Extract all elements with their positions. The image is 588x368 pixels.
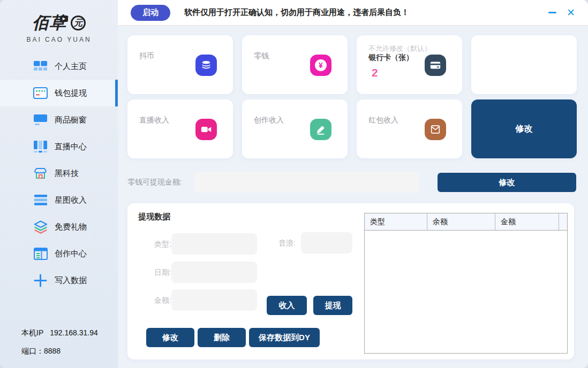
bank-card-icon bbox=[425, 55, 446, 76]
table-header-balance: 余额 bbox=[427, 213, 495, 230]
yen-icon: ¥ bbox=[310, 55, 331, 76]
sidebar-item-showcase[interactable]: 商品橱窗 bbox=[0, 106, 118, 133]
card-redpacket-income: 红包收入 bbox=[357, 99, 462, 158]
table-header-type: 类型 bbox=[365, 213, 427, 230]
live-columns-icon bbox=[33, 140, 48, 154]
minimize-icon[interactable] bbox=[547, 8, 557, 18]
window-icon bbox=[33, 247, 48, 260]
bank-card-count: 2 bbox=[372, 66, 378, 79]
pencil-icon bbox=[310, 119, 331, 140]
card-label: 银行卡（张） bbox=[368, 53, 413, 63]
soundwave-label: 音浪: bbox=[268, 232, 296, 254]
amount-label: 金额: bbox=[138, 289, 171, 311]
sidebar-item-creation-center[interactable]: 创作中心 bbox=[0, 240, 118, 267]
date-input[interactable] bbox=[171, 262, 257, 283]
sidebar-item-free-gifts[interactable]: 免费礼物 bbox=[0, 213, 118, 240]
soundwave-input[interactable] bbox=[301, 232, 352, 254]
close-icon[interactable]: ✕ bbox=[567, 8, 575, 18]
card-bank: 不允许修改（默认） 银行卡（张） 2 bbox=[357, 35, 462, 94]
income-button[interactable]: 收入 bbox=[267, 296, 307, 315]
save-to-dy-button[interactable]: 保存数据到DY bbox=[249, 328, 320, 347]
table-header-amount: 金额 bbox=[495, 213, 559, 230]
card-creation-income: 创作收入 bbox=[242, 99, 348, 158]
sidebar-item-label: 个人主页 bbox=[55, 62, 87, 72]
delete-record-button[interactable]: 删除 bbox=[198, 328, 246, 347]
sidebar-footer: 本机IP192.168.31.94 端口：8888 bbox=[21, 320, 98, 356]
port-label: 端口： bbox=[21, 347, 44, 355]
grid-icon bbox=[33, 60, 48, 73]
table-header-spacer bbox=[559, 213, 567, 230]
sidebar-item-label: 星图收入 bbox=[55, 195, 87, 205]
card-label: 直播收入 bbox=[139, 116, 169, 125]
disclaimer-text: 软件仅用于打开正确认知，切勿用于商业用途，违者后果自负！ bbox=[184, 7, 409, 18]
panel-title: 提现数据 bbox=[138, 212, 170, 222]
local-ip: 本机IP192.168.31.94 bbox=[21, 328, 98, 338]
sidebar-item-label: 创作中心 bbox=[55, 249, 87, 259]
brand-name-en: BAI CAO YUAN bbox=[0, 36, 118, 43]
store-icon bbox=[33, 167, 48, 180]
window-controls: ✕ bbox=[547, 8, 588, 18]
local-port: 端口：8888 bbox=[21, 347, 98, 356]
video-camera-icon bbox=[195, 119, 217, 140]
sidebar-item-write-data[interactable]: 写入数据 bbox=[0, 267, 118, 294]
wallet-cards: 抖币 零钱 ¥ 不允许修改（默认） 银行卡（张） 2 bbox=[127, 35, 577, 158]
card-empty bbox=[471, 35, 577, 94]
sidebar-item-wallet-withdraw[interactable]: 钱包提现 bbox=[0, 80, 118, 106]
card-note: 不允许修改（默认） bbox=[368, 44, 431, 53]
sidebar: 佰草 ▶ 元 BAI CAO YUAN 个人主页 bbox=[0, 0, 118, 368]
main-content: 抖币 零钱 ¥ 不允许修改（默认） 银行卡（张） 2 bbox=[118, 26, 588, 368]
card-live-income: 直播收入 bbox=[127, 99, 233, 158]
sidebar-item-label: 商品橱窗 bbox=[55, 115, 87, 125]
sidebar-item-live-center[interactable]: 直播中心 bbox=[0, 133, 118, 160]
card-label: 红包收入 bbox=[368, 116, 398, 125]
modify-record-button[interactable]: 修改 bbox=[146, 328, 194, 347]
coin-stack-icon bbox=[195, 55, 217, 76]
sidebar-item-label: 直播中心 bbox=[55, 142, 87, 152]
table-header-row: 类型 余额 金额 bbox=[365, 213, 567, 231]
withdrawable-amount-input[interactable] bbox=[194, 172, 419, 193]
sidebar-item-label: 钱包提现 bbox=[55, 88, 87, 98]
card-label: 创作收入 bbox=[254, 116, 284, 125]
app-window: 佰草 ▶ 元 BAI CAO YUAN 个人主页 bbox=[0, 0, 588, 368]
start-button[interactable]: 启动 bbox=[131, 5, 170, 21]
card-label: 抖币 bbox=[139, 51, 154, 61]
card-label: 零钱 bbox=[254, 51, 269, 61]
modify-cards-button[interactable]: 修改 bbox=[471, 99, 577, 158]
showcase-icon bbox=[33, 113, 48, 127]
sidebar-item-profile[interactable]: 个人主页 bbox=[0, 53, 118, 80]
sidebar-item-black-tech[interactable]: 黑科技 bbox=[0, 160, 118, 187]
card-douyin-coin: 抖币 bbox=[127, 35, 233, 94]
sidebar-item-label: 免费礼物 bbox=[55, 222, 87, 232]
withdrawable-amount-label: 零钱可提现金额: bbox=[127, 178, 194, 187]
type-input[interactable] bbox=[171, 233, 257, 255]
amount-input[interactable] bbox=[171, 289, 257, 311]
sidebar-menu: 个人主页 钱包提现 bbox=[0, 53, 118, 294]
modify-amount-button[interactable]: 修改 bbox=[438, 173, 576, 192]
wallet-card-icon bbox=[33, 87, 48, 100]
card-change: 零钱 ¥ bbox=[242, 35, 348, 94]
withdrawable-amount-row: 零钱可提现金额: 修改 bbox=[127, 172, 576, 193]
ip-value: 192.168.31.94 bbox=[50, 328, 98, 337]
plus-icon bbox=[33, 274, 48, 287]
sidebar-item-label: 黑科技 bbox=[55, 168, 79, 179]
play-badge-icon: ▶ bbox=[60, 16, 68, 22]
envelope-icon bbox=[425, 119, 446, 140]
withdraw-data-table: 类型 余额 金额 bbox=[364, 213, 568, 354]
ip-label: 本机IP bbox=[21, 328, 43, 337]
port-value: 8888 bbox=[44, 347, 61, 355]
brand-badge: 元 bbox=[71, 16, 86, 30]
withdraw-button[interactable]: 提现 bbox=[313, 296, 352, 315]
sidebar-item-label: 写入数据 bbox=[55, 275, 87, 286]
type-label: 类型: bbox=[138, 233, 171, 255]
table-body bbox=[365, 231, 567, 353]
layers-icon bbox=[33, 220, 48, 234]
withdraw-data-panel: 提现数据 类型: 音浪: 日期: 金额: 收入 提现 修改 删除 保存数据到DY… bbox=[127, 203, 574, 359]
brand-logo: 佰草 ▶ 元 BAI CAO YUAN bbox=[0, 0, 118, 43]
topbar: 启动 软件仅用于打开正确认知，切勿用于商业用途，违者后果自负！ ✕ bbox=[118, 0, 588, 26]
sidebar-item-star-income[interactable]: 星图收入 bbox=[0, 187, 118, 213]
list-bars-icon bbox=[33, 194, 48, 207]
date-label: 日期: bbox=[138, 262, 171, 283]
